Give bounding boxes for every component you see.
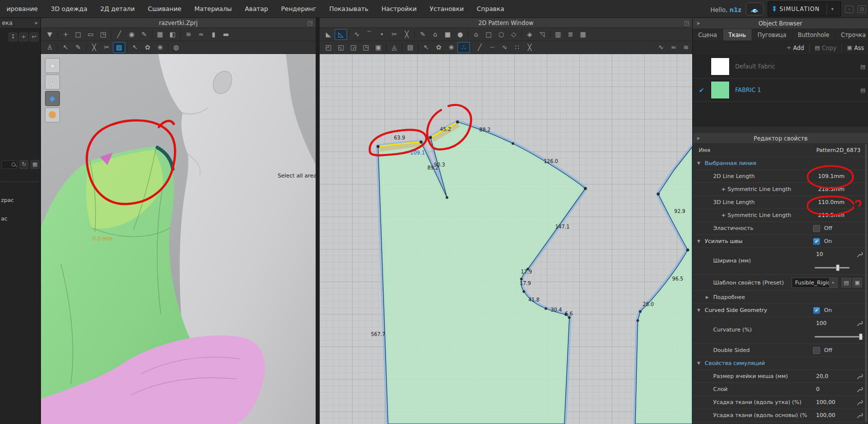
seam-width-value[interactable]: 10 (816, 251, 823, 258)
trace-pattern-icon[interactable]: ◹ (536, 29, 548, 40)
library-add-icon[interactable]: + (19, 32, 28, 42)
menu-3d-garment[interactable]: 3D одежда (44, 5, 94, 12)
pin-vertical-icon[interactable]: ▮ (207, 29, 220, 40)
wrench-icon[interactable] (857, 399, 863, 406)
fabric-row-default[interactable]: ✔ Default Fabric ▤ (693, 55, 868, 78)
fold-3d-icon[interactable]: ◲ (347, 42, 360, 53)
menu-help[interactable]: Справка (470, 5, 511, 12)
stitch-edit-icon[interactable]: ✂ (100, 42, 113, 53)
tab-buttonhole[interactable]: Buttonhole (793, 29, 836, 40)
iron-icon[interactable]: ◬ (388, 42, 401, 53)
tab-button[interactable]: Пуговица (752, 29, 793, 40)
dart-icon[interactable]: ◇ (507, 29, 520, 40)
select-move-icon[interactable]: + (59, 29, 72, 40)
curved-side-checkbox[interactable]: ✔ (813, 307, 820, 314)
seam-shape-icon[interactable]: ◈ (523, 29, 536, 40)
seam-line-icon[interactable]: ╱ (473, 42, 486, 53)
tack-line-icon[interactable]: ╱ (113, 29, 125, 40)
wrench-icon[interactable] (857, 373, 863, 380)
half-symmetry-icon[interactable]: ◧ (166, 29, 179, 40)
flower-select-icon[interactable]: ✿ (141, 42, 154, 53)
stitch-select-icon[interactable]: ╳ (88, 42, 100, 53)
menu-modeling[interactable]: ирование (0, 5, 44, 12)
wrench-icon[interactable] (857, 386, 863, 392)
clone-pattern-icon[interactable]: ▣ (372, 42, 385, 53)
seam-dash-icon[interactable]: ┄ (486, 42, 498, 53)
flower-2d-select-icon[interactable]: ✿ (433, 42, 445, 53)
tab-topstitch[interactable]: Строчка (836, 29, 868, 40)
flip-paste-icon[interactable]: ◳ (360, 42, 372, 53)
library-refresh-icon[interactable]: ↻ (19, 160, 28, 169)
cut-line-icon[interactable]: ✂ (388, 29, 401, 40)
pressure-apply-icon[interactable]: ≈ (195, 29, 207, 40)
wrench-icon[interactable] (857, 320, 863, 327)
assign-fabric-button[interactable]: ▣Ass (845, 44, 866, 52)
transform-gizmo-icon[interactable]: ▭ (84, 29, 97, 40)
tab-scene[interactable]: Сцена (693, 29, 723, 40)
shirt-2d-icon[interactable]: ▤ (404, 42, 417, 53)
fold-arrange2d-icon[interactable]: ◱ (335, 42, 347, 53)
pressure-select-icon[interactable]: ≋ (182, 29, 195, 40)
library-file-ac[interactable]: ac (0, 212, 41, 231)
section-simulation[interactable]: ▼ Свойства симуляций (693, 357, 868, 370)
simulation-button[interactable]: ▼▼ SIMULATION ▾ (768, 2, 841, 16)
open-preset-icon[interactable]: ▤ (842, 278, 851, 288)
library-file-zpac[interactable]: zpac (0, 194, 41, 212)
pattern-piece-front[interactable] (377, 120, 587, 424)
wrench-icon[interactable] (857, 252, 863, 258)
seam-dots-icon[interactable]: ∷ (511, 42, 523, 53)
polygon-icon[interactable]: ⌂ (429, 29, 441, 40)
copy-fabric-button[interactable]: ▤Copy (813, 44, 839, 52)
curvature-value[interactable]: 100 (816, 320, 827, 326)
phantom-dots-icon[interactable]: ∴ (457, 42, 470, 53)
section-selected-line[interactable]: ▼ Выбранная линия (693, 157, 868, 170)
zigzag-b-icon[interactable]: ≈ (667, 42, 680, 53)
zigzag-stitch-icon[interactable]: ∿ (655, 42, 667, 53)
save-preset-icon[interactable]: ▣ (853, 278, 862, 288)
fabric-detail-icon[interactable]: ▤ (861, 64, 866, 70)
library-search-input[interactable] (1, 160, 17, 169)
trace-cut-icon[interactable]: ╳ (401, 29, 413, 40)
show-avatar-icon[interactable]: ☺ (45, 74, 60, 90)
seam-width-slider[interactable] (815, 267, 850, 268)
tab-fabric[interactable]: Ткань (723, 29, 752, 40)
sewing-edit-icon[interactable]: ✎ (138, 29, 150, 40)
grid-tool-icon[interactable]: ▦ (577, 29, 589, 40)
seam-tape-icon[interactable]: ≋ (680, 42, 692, 53)
menu-preferences[interactable]: Установки (423, 5, 470, 12)
grainline-icon[interactable]: ≣ (564, 29, 577, 40)
elastic-checkbox[interactable] (813, 225, 820, 232)
pattern-name-value[interactable]: Pattern2D_6873 (816, 147, 861, 154)
edit-curvature-icon[interactable]: ∿ (351, 29, 363, 40)
shrink-warp-value[interactable]: 100,00 (816, 412, 836, 418)
library-back-icon[interactable]: ↩ (29, 32, 38, 42)
fold-arrange-icon[interactable]: ◳ (97, 29, 109, 40)
dropdown-caret-icon[interactable]: ▾ (829, 278, 837, 288)
restore-button[interactable]: ◳ (858, 6, 866, 13)
popout-window-icon[interactable]: ◳ (684, 18, 689, 28)
section-more[interactable]: ▶ Подробнее (693, 291, 868, 304)
sync-garment-icon[interactable]: ▦ (154, 29, 166, 40)
flower-2d-icon[interactable]: ❀ (445, 42, 457, 53)
tack-avatar-icon[interactable]: ◉ (125, 29, 138, 40)
tape-select-icon[interactable]: ↖ (59, 42, 72, 53)
minimize-button[interactable]: – (845, 6, 854, 13)
fabric-row-1[interactable]: ✔ FABRIC 1 ▤ (693, 78, 868, 102)
button-tool-icon[interactable]: ◍ (170, 42, 182, 53)
edit-pattern-icon[interactable]: ◺ (335, 29, 347, 40)
preset-dropdown[interactable]: Fusible_Rigid▾ (792, 278, 838, 288)
layer-value[interactable]: 0 (816, 386, 820, 392)
menu-sewing[interactable]: Сшивание (141, 5, 188, 12)
seam-cross-icon[interactable]: ╳ (523, 42, 536, 53)
fabric-view-icon[interactable]: ◆ (45, 91, 60, 106)
internal-polygon-icon[interactable]: ⌂ (470, 29, 482, 40)
avatar-display-icon[interactable]: ☻ (45, 108, 60, 122)
reinforce-seams-checkbox[interactable]: ✔ (813, 238, 820, 245)
shrink-weft-value[interactable]: 100,00 (816, 399, 836, 406)
menu-avatar[interactable]: Аватар (238, 5, 274, 12)
menu-settings[interactable]: Настройки (375, 5, 424, 12)
texture-edit-icon[interactable]: ▨ (113, 42, 125, 53)
rect-select-icon[interactable]: □ (72, 29, 84, 40)
popout-window-icon[interactable]: ◳ (308, 18, 313, 28)
seam-wave-icon[interactable]: ∿ (498, 42, 511, 53)
